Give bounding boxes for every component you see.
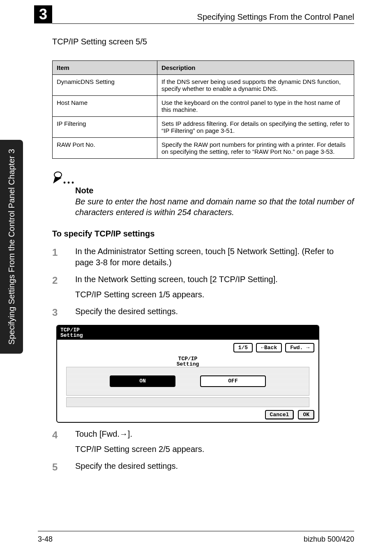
step-body: Touch [Fwd.→]. TCP/IP Setting screen 2/5… bbox=[75, 429, 354, 455]
step-subtext: TCP/IP Setting screen 1/5 appears. bbox=[75, 289, 354, 300]
step-text: Specify the desired settings. bbox=[75, 307, 178, 316]
step-number: 5 bbox=[52, 461, 75, 474]
svg-point-0 bbox=[54, 172, 62, 178]
footer-page-number: 3-48 bbox=[38, 535, 53, 544]
step-number: 3 bbox=[52, 306, 75, 319]
header-rule bbox=[52, 23, 354, 24]
table-header-description: Description bbox=[157, 61, 354, 75]
step-number: 4 bbox=[52, 429, 75, 455]
panel-bottom-band bbox=[66, 397, 309, 407]
step-number: 2 bbox=[52, 274, 75, 300]
step-text: In the Network Setting screen, touch [2 … bbox=[75, 275, 278, 284]
step-body: Specify the desired settings. bbox=[75, 461, 354, 474]
sidebar-label: Specifying Settings From the Control Pan… bbox=[7, 149, 16, 345]
step-text: Specify the desired settings. bbox=[75, 461, 178, 470]
svg-point-2 bbox=[68, 182, 70, 184]
step-5: 5 Specify the desired settings. bbox=[52, 461, 354, 474]
lcd-panel: TCP/IP Setting 1/5 ←Back Fwd. → TCP/IP S… bbox=[56, 325, 319, 423]
step-text: Touch [Fwd.→]. bbox=[75, 429, 132, 438]
step-text: In the Administrator Setting screen, tou… bbox=[75, 247, 334, 267]
settings-table: Item Description DynamicDNS Setting If t… bbox=[52, 60, 354, 159]
step-3: 3 Specify the desired settings. bbox=[52, 306, 354, 319]
footer-rule bbox=[38, 531, 354, 531]
panel-back-button[interactable]: ←Back bbox=[256, 343, 282, 352]
step-2: 2 In the Network Setting screen, touch [… bbox=[52, 274, 354, 300]
step-1: 1 In the Administrator Setting screen, t… bbox=[52, 246, 354, 268]
panel-center-label: TCP/IP Setting bbox=[57, 356, 318, 367]
table-header-item: Item bbox=[53, 61, 157, 75]
note-body: Be sure to enter the host name and domai… bbox=[75, 196, 354, 218]
table-row: RAW Port No. Specify the RAW port number… bbox=[53, 138, 354, 159]
chapter-number-box: 3 bbox=[34, 5, 52, 23]
panel-ok-button[interactable]: OK bbox=[298, 410, 314, 419]
panel-toggle-row: ON OFF bbox=[66, 367, 309, 396]
panel-page-indicator: 1/5 bbox=[233, 343, 253, 352]
section-heading: To specify TCP/IP settings bbox=[52, 229, 354, 239]
table-row: Host Name Use the keyboard on the contro… bbox=[53, 96, 354, 117]
step-4: 4 Touch [Fwd.→]. TCP/IP Setting screen 2… bbox=[52, 429, 354, 455]
note-title: Note bbox=[75, 186, 354, 195]
svg-point-3 bbox=[72, 182, 74, 184]
step-subtext: TCP/IP Setting screen 2/5 appears. bbox=[75, 444, 354, 455]
step-body: Specify the desired settings. bbox=[75, 306, 354, 319]
table-cell-item: RAW Port No. bbox=[53, 138, 157, 159]
table-cell-desc: Sets IP address filtering. For details o… bbox=[157, 117, 354, 138]
footer-model: bizhub 500/420 bbox=[304, 535, 354, 544]
step-number: 1 bbox=[52, 246, 75, 268]
table-cell-item: DynamicDNS Setting bbox=[53, 75, 157, 96]
panel-fwd-button[interactable]: Fwd. → bbox=[285, 343, 314, 352]
table-cell-item: Host Name bbox=[53, 96, 157, 117]
note-icon bbox=[52, 170, 75, 188]
panel-body: 1/5 ←Back Fwd. → TCP/IP Setting ON OFF C… bbox=[57, 340, 318, 422]
svg-point-1 bbox=[64, 182, 66, 184]
footer: 3-48 bizhub 500/420 bbox=[38, 535, 354, 544]
table-cell-desc: Use the keyboard on the control panel to… bbox=[157, 96, 354, 117]
screen-heading: TCP/IP Setting screen 5/5 bbox=[52, 37, 354, 46]
table-cell-item: IP Filtering bbox=[53, 117, 157, 138]
panel-on-button[interactable]: ON bbox=[110, 375, 175, 387]
step-body: In the Network Setting screen, touch [2 … bbox=[75, 274, 354, 300]
panel-cancel-button[interactable]: Cancel bbox=[265, 410, 294, 419]
step-body: In the Administrator Setting screen, tou… bbox=[75, 246, 354, 268]
table-row: DynamicDNS Setting If the DNS server bei… bbox=[53, 75, 354, 96]
table-cell-desc: Specify the RAW port numbers for printin… bbox=[157, 138, 354, 159]
panel-off-button[interactable]: OFF bbox=[200, 375, 266, 387]
panel-titlebar: TCP/IP Setting bbox=[57, 326, 318, 340]
table-cell-desc: If the DNS server being used supports th… bbox=[157, 75, 354, 96]
header-title: Specifying Settings From the Control Pan… bbox=[197, 12, 354, 22]
sidebar-tab: Specifying Settings From the Control Pan… bbox=[0, 140, 23, 354]
note-block: Note Be sure to enter the host name and … bbox=[52, 186, 354, 218]
table-row: IP Filtering Sets IP address filtering. … bbox=[53, 117, 354, 138]
